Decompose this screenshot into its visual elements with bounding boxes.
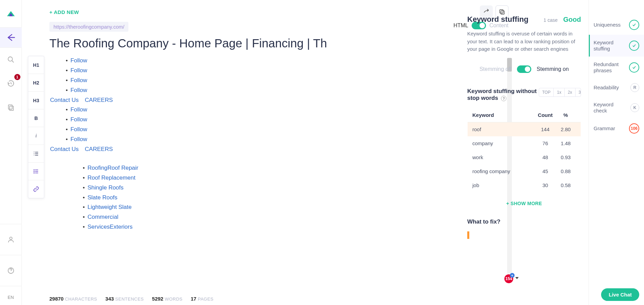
keyword-table: Keyword Count % roof1442.80company761.48… xyxy=(467,108,581,193)
link-button[interactable] xyxy=(28,180,44,198)
history-badge: 1 xyxy=(14,74,20,80)
characters-count: 29870 xyxy=(49,296,64,302)
words-count: 5292 xyxy=(152,296,163,302)
check-item-readability[interactable]: ReadabilityR xyxy=(589,78,644,97)
stemming-toggle[interactable] xyxy=(517,65,531,73)
search-icon[interactable] xyxy=(4,53,18,66)
check-icon xyxy=(629,41,639,51)
content-link[interactable]: Follow xyxy=(70,106,87,113)
content-link[interactable]: Lightweight Slate xyxy=(88,204,131,210)
check-item-redundant-phrases[interactable]: Redundant phrases xyxy=(589,57,644,78)
content-link[interactable]: Follow xyxy=(70,87,87,93)
table-row[interactable]: company761.48 xyxy=(468,136,581,150)
stats-bar: 29870CHARACTERS 343SENTENCES 5292WORDS 1… xyxy=(49,292,515,302)
content-link[interactable]: Follow xyxy=(70,57,87,64)
svg-point-9 xyxy=(34,172,34,173)
back-button[interactable] xyxy=(0,27,22,48)
stemming-off-label: Stemming off xyxy=(480,66,512,72)
copy-icon[interactable] xyxy=(4,101,18,114)
check-item-grammar[interactable]: Grammar106 xyxy=(589,119,644,138)
tab-1x[interactable]: 1x xyxy=(554,88,565,96)
table-row[interactable]: roofing company450.88 xyxy=(468,164,581,178)
content-link[interactable]: Follow xyxy=(70,136,87,142)
content-link[interactable]: CAREERS xyxy=(85,146,113,152)
content-link[interactable]: Follow xyxy=(70,77,87,83)
status-badge: Good xyxy=(563,16,581,23)
page-title: The Roofing Company - Home Page | Financ… xyxy=(49,36,515,50)
topbar: + ADD NEW xyxy=(49,0,515,20)
live-chat-button[interactable]: Live Chat xyxy=(601,288,639,301)
tab-top[interactable]: TOP xyxy=(539,88,554,96)
italic-button[interactable]: i xyxy=(28,127,44,145)
main-editor: + ADD NEW https://theroofingcompany.com/… xyxy=(49,0,515,305)
url-display[interactable]: https://theroofingcompany.com/ xyxy=(49,22,128,32)
editor-toolbar: H1 H2 H3 B i xyxy=(28,56,44,198)
content-link[interactable]: Contact Us xyxy=(50,97,79,103)
checks-sidebar: UniquenessKeyword stuffingRedundant phra… xyxy=(588,0,644,305)
stemming-on-label: Stemming on xyxy=(537,66,569,72)
content-link[interactable]: Slate Roofs xyxy=(88,194,117,201)
tab-2x[interactable]: 2x xyxy=(565,88,576,96)
check-icon xyxy=(629,62,639,73)
table-header: Keyword Count % xyxy=(468,108,581,122)
logo[interactable] xyxy=(4,7,18,20)
table-row[interactable]: work480.93 xyxy=(468,150,581,164)
content-link[interactable]: Roof Replacement xyxy=(88,174,136,181)
svg-rect-3 xyxy=(8,105,12,109)
content-link[interactable]: Follow xyxy=(70,126,87,133)
svg-point-5 xyxy=(10,237,12,240)
show-more-button[interactable]: + SHOW MORE xyxy=(467,201,581,206)
content-link[interactable]: ServicesExteriors xyxy=(88,224,132,230)
content-link[interactable]: CAREERS xyxy=(85,97,113,103)
user-icon[interactable] xyxy=(4,233,18,246)
ordered-list-button[interactable] xyxy=(28,145,44,163)
case-count: 1 case xyxy=(544,17,557,23)
fix-indicator xyxy=(467,231,469,239)
content-body[interactable]: •Follow •Follow •Follow •Follow Contact … xyxy=(49,56,506,232)
error-count-badge: 106 xyxy=(629,123,639,134)
content-link[interactable]: Contact Us xyxy=(50,146,79,152)
sentences-count: 343 xyxy=(105,296,114,302)
check-item-keyword-stuffing[interactable]: Keyword stuffing xyxy=(589,35,644,57)
pages-count: 17 xyxy=(191,296,197,302)
bold-button[interactable]: B xyxy=(28,109,44,127)
density-tabs: TOP 1x 2x 3x xyxy=(539,88,581,97)
h3-button[interactable]: H3 xyxy=(28,92,44,109)
add-new-button[interactable]: + ADD NEW xyxy=(49,9,79,15)
svg-point-7 xyxy=(34,169,34,170)
help-icon[interactable] xyxy=(4,264,18,277)
content-link[interactable]: Shingle Roofs xyxy=(88,184,124,191)
left-sidebar: 1 EN xyxy=(0,0,22,305)
keyword-table-title: Keyword stuffing without stop words ? xyxy=(467,88,539,102)
content-link[interactable]: Commercial xyxy=(88,214,119,220)
svg-rect-4 xyxy=(10,106,13,110)
analysis-panel: Keyword stuffing 1 case Good Keyword stu… xyxy=(460,0,588,305)
status-letter: R xyxy=(630,83,639,92)
table-row[interactable]: roof1442.80 xyxy=(468,122,581,136)
check-item-keyword-check[interactable]: Keyword checkK xyxy=(589,97,644,119)
h2-button[interactable]: H2 xyxy=(28,74,44,92)
analysis-title: Keyword stuffing xyxy=(467,15,529,24)
analysis-description: Keyword stuffing is overuse of certain w… xyxy=(467,30,581,53)
check-icon xyxy=(629,20,639,30)
svg-point-8 xyxy=(34,171,34,172)
language-selector[interactable]: EN xyxy=(7,295,14,300)
h1-button[interactable]: H1 xyxy=(28,56,44,74)
content-link[interactable]: RoofingRoof Repair xyxy=(88,165,138,171)
content-scroll[interactable]: •Follow •Follow •Follow •Follow Contact … xyxy=(49,56,508,285)
content-link[interactable]: Follow xyxy=(70,116,87,123)
status-letter: K xyxy=(630,103,639,112)
table-row[interactable]: job300.58 xyxy=(468,178,581,192)
what-to-fix-title: What to fix? xyxy=(467,218,581,225)
help-icon[interactable]: ? xyxy=(501,96,506,101)
tab-3x[interactable]: 3x xyxy=(576,88,581,96)
history-icon[interactable]: 1 xyxy=(4,77,18,90)
svg-point-2 xyxy=(8,57,12,61)
unordered-list-button[interactable] xyxy=(28,163,44,180)
content-link[interactable]: Follow xyxy=(70,67,87,74)
check-item-uniqueness[interactable]: Uniqueness xyxy=(589,15,644,35)
